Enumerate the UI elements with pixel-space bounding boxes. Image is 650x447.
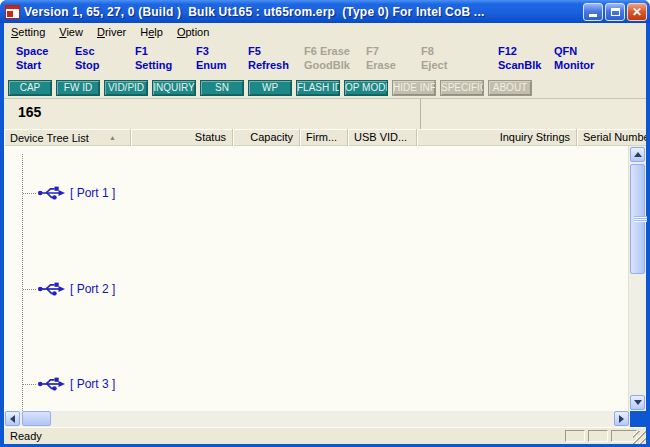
- column-device-tree-list[interactable]: Device Tree List ▲: [4, 129, 131, 146]
- scroll-left-icon: [10, 415, 15, 423]
- toolbar-start-button[interactable]: SpaceStart: [16, 44, 48, 72]
- close-icon: ✕: [632, 6, 642, 18]
- usb-icon: [37, 281, 65, 297]
- scroll-right-icon: [619, 415, 624, 423]
- menu-setting[interactable]: Setting: [4, 26, 52, 38]
- vertical-scrollbar[interactable]: [628, 146, 646, 411]
- inquiry-button[interactable]: INQUIRY: [152, 80, 196, 96]
- vertical-scroll-thumb[interactable]: [630, 164, 645, 274]
- horizontal-scrollbar[interactable]: [4, 411, 630, 427]
- tree-item-label: [ Port 2 ]: [70, 282, 115, 296]
- controller-id-label: 165: [18, 104, 41, 120]
- window-title: Version 1, 65, 27, 0 (Build ) Bulk Ut165…: [24, 5, 583, 19]
- fw-id-button[interactable]: FW ID: [56, 80, 100, 96]
- menu-help[interactable]: Help: [133, 26, 170, 38]
- menu-driver[interactable]: Driver: [90, 26, 133, 38]
- vid-pid-button[interactable]: VID/PID: [104, 80, 148, 96]
- toolbar-enum-button[interactable]: F3Enum: [196, 44, 227, 72]
- toolbar-erase-button: F7Erase: [366, 44, 396, 72]
- tree-connector: [23, 193, 36, 194]
- column-inquiry-strings[interactable]: Inquiry Strings: [417, 129, 577, 146]
- minimize-button[interactable]: [583, 3, 603, 21]
- column-usb-vid[interactable]: USB VID...: [348, 129, 417, 146]
- scroll-right-button[interactable]: [614, 411, 629, 426]
- hide-info-button: HIDE INFO: [392, 80, 436, 96]
- column-firmware[interactable]: Firm...: [300, 129, 348, 146]
- thumb-grip: [634, 216, 647, 222]
- menu-option[interactable]: Option: [170, 26, 216, 38]
- resize-grip[interactable]: [633, 431, 646, 444]
- device-tree-panel: [ Port 1 ] [ Port 2 ]: [4, 146, 646, 411]
- close-button[interactable]: ✕: [627, 3, 647, 21]
- info-bar: 165: [4, 98, 646, 130]
- maximize-icon: [611, 8, 620, 16]
- title-bar[interactable]: Version 1, 65, 27, 0 (Build ) Bulk Ut165…: [0, 0, 650, 23]
- toolbar-setting-button[interactable]: F1Setting: [135, 44, 172, 72]
- toolbar-scanblk-button[interactable]: F12ScanBlk: [498, 44, 541, 72]
- scroll-up-icon: [634, 152, 642, 157]
- app-icon: [5, 5, 20, 19]
- column-status[interactable]: Status: [131, 129, 233, 146]
- info-panel-divider: [420, 99, 421, 130]
- scroll-up-button[interactable]: [630, 147, 645, 162]
- tree-connector: [23, 384, 36, 385]
- usb-icon: [37, 185, 65, 201]
- toolbar-qfn-monitor-button[interactable]: QFNMonitor: [554, 44, 594, 72]
- horizontal-scroll-thumb[interactable]: [22, 411, 51, 426]
- tree-item-label: [ Port 1 ]: [70, 186, 115, 200]
- menu-bar: Setting View Driver Help Option: [4, 23, 646, 42]
- about-button: ABOUT: [488, 80, 532, 96]
- function-toolbar: SpaceStart EscStop F1Setting F3Enum F5Re…: [4, 41, 646, 78]
- tree-item-label: [ Port 3 ]: [70, 377, 115, 391]
- status-bar: Ready: [4, 427, 646, 444]
- column-capacity[interactable]: Capacity: [233, 129, 300, 146]
- tree-connector: [23, 289, 36, 290]
- status-pane: [588, 430, 608, 442]
- flash-id-button[interactable]: FLASH ID: [296, 80, 340, 96]
- scroll-down-button[interactable]: [630, 395, 645, 410]
- toolbar-eject-button: F8Eject: [421, 44, 447, 72]
- app-window: Version 1, 65, 27, 0 (Build ) Bulk Ut165…: [0, 0, 650, 447]
- menu-view[interactable]: View: [52, 26, 90, 38]
- status-message: Ready: [10, 430, 42, 442]
- maximize-button[interactable]: [605, 3, 625, 21]
- toolbar-erase-goodblk-button: F6 EraseGoodBlk: [304, 44, 350, 72]
- usb-icon: [37, 376, 65, 392]
- minimize-icon: [589, 14, 597, 17]
- op-mode-button[interactable]: OP MODE: [344, 80, 388, 96]
- scroll-left-button[interactable]: [5, 411, 20, 426]
- column-serial-number[interactable]: Serial Number: [577, 129, 646, 146]
- quick-button-bar: CAP FW ID VID/PID INQUIRY SN WP FLASH ID…: [4, 77, 646, 98]
- tree-item-port-3[interactable]: [ Port 3 ]: [4, 375, 626, 393]
- tree-item-port-2[interactable]: [ Port 2 ]: [4, 280, 626, 298]
- sn-button[interactable]: SN: [200, 80, 244, 96]
- sort-ascending-icon: ▲: [109, 130, 116, 146]
- tree-item-port-1[interactable]: [ Port 1 ]: [4, 184, 626, 202]
- toolbar-stop-button[interactable]: EscStop: [75, 44, 99, 72]
- toolbar-refresh-button[interactable]: F5Refresh: [248, 44, 289, 72]
- cap-button[interactable]: CAP: [8, 80, 52, 96]
- wp-button[interactable]: WP: [248, 80, 292, 96]
- list-header: Device Tree List ▲ Status Capacity Firm.…: [4, 129, 646, 146]
- status-pane: [565, 430, 585, 442]
- specific-button: SPECIFIC: [440, 80, 484, 96]
- scroll-down-icon: [634, 400, 642, 405]
